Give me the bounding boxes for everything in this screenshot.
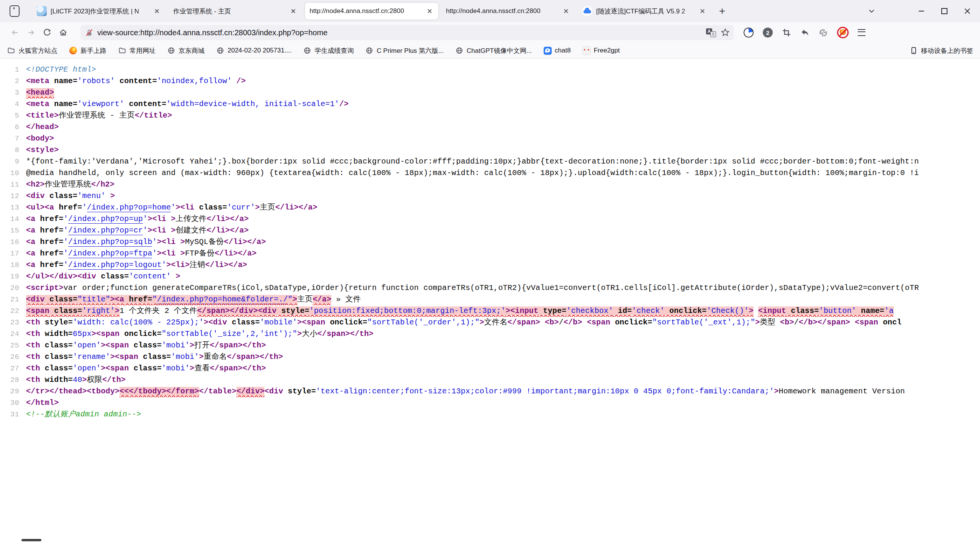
bookmark-item[interactable]: 学生成绩查询: [303, 46, 354, 55]
source-token: <th: [26, 329, 40, 338]
bookmark-item[interactable]: 火狐官方站点: [7, 46, 57, 55]
source-code: </ul></div><div class='content' >: [26, 271, 980, 282]
source-line: 30</html>: [0, 397, 980, 409]
insecure-lock-icon: [85, 28, 93, 37]
screenshot-crop-icon[interactable]: [782, 28, 791, 37]
source-token: >: [255, 203, 260, 212]
source-token: oncl: [878, 318, 901, 327]
bookmark-item[interactable]: chat8: [543, 46, 571, 55]
source-token: width=: [40, 329, 73, 338]
line-number: 7: [0, 133, 26, 144]
source-token: <h2>: [26, 180, 45, 189]
source-code: @media handheld, only screen and (max-wi…: [26, 167, 980, 179]
tab-close-icon[interactable]: [698, 7, 707, 16]
source-token: content=: [115, 77, 157, 85]
source-token: <span: [587, 318, 610, 327]
source-code: </html>: [26, 397, 980, 409]
extensions-puzzle-icon[interactable]: [819, 28, 828, 37]
source-token: />: [339, 100, 349, 108]
url-bar[interactable]: view-source:http://node4.anna.nssctf.cn:…: [80, 25, 734, 40]
source-line: 28<th width=40>权限</th>: [0, 374, 980, 386]
source-token: 大小: [302, 329, 317, 338]
bookmark-item[interactable]: ChatGPT镜像中文网...: [455, 46, 532, 55]
translate-icon[interactable]: A 文: [706, 28, 716, 37]
firefox-blocked-icon[interactable]: [837, 27, 849, 38]
source-token: <th: [26, 352, 40, 361]
source-link[interactable]: /index.php?op=cr: [68, 226, 143, 235]
restore-button[interactable]: [936, 3, 953, 19]
line-number: 13: [0, 202, 26, 213]
browser-tab[interactable]: [随波逐流]CTF编码工具 V5.9 2: [578, 3, 711, 20]
line-number: 31: [0, 409, 26, 420]
source-code: <span class='right'>1 个文件夹 2 个文件</span><…: [26, 305, 980, 317]
proxy-pie-icon[interactable]: [744, 28, 754, 38]
tab-close-icon[interactable]: [289, 7, 298, 16]
bookmark-item[interactable]: 京东商城: [167, 46, 205, 55]
tab-close-icon[interactable]: [562, 7, 571, 16]
reload-button[interactable]: [39, 25, 55, 40]
mobile-bookmarks-button[interactable]: 移动设备上的书签: [910, 46, 973, 55]
bookmark-label: 学生成绩查询: [315, 46, 354, 55]
source-code: <a href='/index.php?op=ftpa'><li >FTP备份<…: [26, 248, 980, 259]
source-link[interactable]: /index.php?op=home: [87, 203, 171, 212]
source-code: <!--默认账户admin admin-->: [26, 409, 980, 420]
source-token: <div: [26, 295, 45, 304]
source-code: <ul><a href='/index.php?op=home'><li cla…: [26, 202, 980, 213]
source-token: >: [105, 192, 115, 200]
undo-arrow-icon[interactable]: [800, 28, 810, 37]
bookmark-item[interactable]: Free2gpt: [582, 46, 620, 55]
forward-button[interactable]: [23, 25, 39, 40]
source-token: onclick=: [665, 306, 707, 315]
source-token: 注销: [190, 260, 205, 269]
source-token: 打开: [194, 341, 210, 350]
source-link[interactable]: /index.php?op=sqlb: [68, 237, 152, 247]
source-token: ": [288, 295, 292, 304]
bookmark-item[interactable]: 新手上路: [69, 46, 107, 55]
source-token: class=: [40, 352, 73, 361]
tab-close-icon[interactable]: [425, 7, 434, 16]
browser-tab[interactable]: [LitCTF 2023]作业管理系统 | N: [32, 3, 166, 20]
toolbar-extensions: 2: [744, 27, 865, 38]
bookmarks-bar: 火狐官方站点新手上路常用网址京东商城2024-02-20 205731....学…: [0, 43, 980, 59]
tab-close-icon[interactable]: [152, 7, 162, 16]
url-text[interactable]: view-source:http://node4.anna.nssctf.cn:…: [97, 28, 706, 37]
source-token: ': [162, 260, 166, 269]
source-code: <a href='/index.php?op=logout'><li>注销</l…: [26, 259, 980, 271]
source-token: <span: [96, 329, 120, 338]
source-link[interactable]: /index.php?op=up: [68, 215, 143, 224]
bookmark-item[interactable]: 常用网址: [118, 46, 156, 55]
home-button[interactable]: [55, 25, 71, 40]
source-link[interactable]: /index.php?op=home&folder=./: [157, 295, 288, 304]
source-link[interactable]: /index.php?op=logout: [68, 260, 162, 270]
tab-manager-button[interactable]: [7, 3, 22, 19]
source-code: <a href='/index.php?op=sqlb'><li >MySQL备…: [26, 236, 980, 248]
menu-hamburger-icon[interactable]: [858, 29, 865, 36]
folder-icon: [118, 46, 126, 55]
bookmark-item[interactable]: 2024-02-20 205731....: [216, 46, 292, 55]
browser-tab[interactable]: http://node4.anna.nssctf.cn:2800: [441, 3, 575, 20]
browser-tab[interactable]: http://node4.anna.nssctf.cn:2800: [305, 3, 438, 20]
bookmark-item[interactable]: C Primer Plus 第六版...: [365, 46, 444, 55]
new-tab-button[interactable]: +: [715, 4, 729, 18]
source-token: <meta: [26, 77, 49, 85]
list-all-tabs-button[interactable]: [863, 3, 880, 19]
minimize-button[interactable]: [913, 3, 930, 19]
back-button[interactable]: [7, 25, 23, 40]
source-link[interactable]: /index.php?op=ftpa: [68, 249, 152, 258]
source-token: <span: [115, 352, 138, 361]
bookmark-star-icon[interactable]: [721, 28, 730, 37]
horizontal-scrollbar-thumb[interactable]: [21, 539, 41, 541]
source-token: <div: [208, 318, 227, 327]
source-token: >: [115, 306, 120, 315]
line-number: 28: [0, 374, 26, 386]
source-token: <li >: [152, 226, 175, 235]
source-token: </li>: [206, 215, 230, 223]
close-window-button[interactable]: [959, 3, 976, 19]
line-number: 14: [0, 213, 26, 225]
source-token: <div: [26, 192, 45, 200]
extension-badge-icon[interactable]: 2: [763, 28, 773, 38]
source-token: >: [110, 295, 115, 304]
browser-tab[interactable]: 作业管理系统 - 主页: [169, 3, 302, 20]
chevron-down-icon: [868, 7, 875, 15]
line-number: 30: [0, 397, 26, 409]
